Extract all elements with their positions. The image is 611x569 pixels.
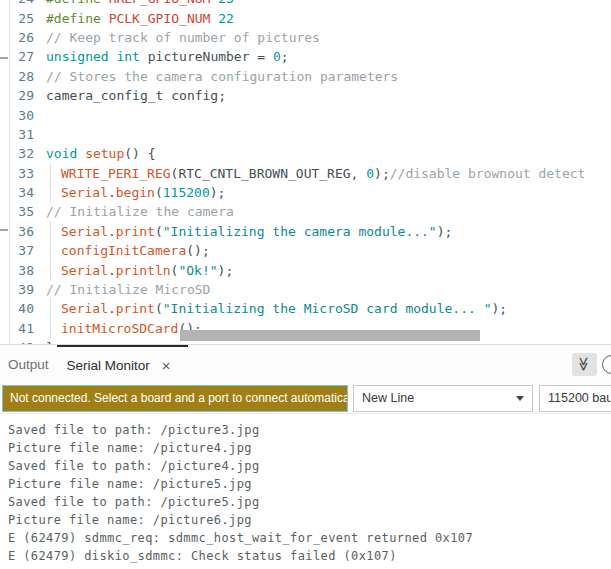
code-line: 31	[10, 125, 611, 144]
code-text: Serial.print("Initializing the MicroSD c…	[46, 301, 507, 316]
code-text: #define PCLK_GPIO_NUM 22	[46, 11, 234, 26]
double-chevron-down-icon: ≫	[578, 357, 592, 372]
code-text: camera_config_t config;	[46, 88, 226, 103]
code-lines: 24#define HREF_GPIO_NUM 2325#define PCLK…	[10, 0, 611, 345]
not-connected-notice: Not connected. Select a board and a port…	[2, 385, 348, 412]
serial-output-line: E (62479) diskio_sdmmc: Check status fai…	[8, 547, 611, 565]
code-line: 37configInitCamera();	[10, 241, 611, 260]
line-number: 39	[10, 282, 46, 297]
line-number: 31	[10, 127, 46, 142]
code-text: // Stores the camera configuration param…	[46, 69, 398, 84]
code-text: void setup() {	[46, 146, 156, 161]
serial-output[interactable]: Saved file to path: /picture3.jpgPicture…	[0, 414, 611, 565]
line-number: 34	[10, 185, 46, 200]
gutter-mark	[0, 57, 8, 59]
code-line: 24#define HREF_GPIO_NUM 23	[10, 0, 611, 8]
line-number: 28	[10, 69, 46, 84]
line-number: 30	[10, 108, 46, 123]
serial-output-line: Picture file name: /picture6.jpg	[8, 511, 611, 529]
code-text: unsigned int pictureNumber = 0;	[46, 49, 289, 64]
code-line: 32void setup() {	[10, 144, 611, 163]
serial-monitor-toolbar: Not connected. Select a board and a port…	[0, 383, 611, 414]
code-line: 35// Initialize the camera	[10, 202, 611, 221]
close-icon[interactable]: ×	[159, 357, 174, 374]
line-number: 29	[10, 88, 46, 103]
serial-output-line: Picture file name: /picture5.jpg	[8, 475, 611, 493]
line-number: 36	[10, 224, 46, 239]
line-number: 33	[10, 166, 46, 181]
baud-rate-value: 115200 baud	[548, 391, 611, 405]
code-editor[interactable]: 24#define HREF_GPIO_NUM 2325#define PCLK…	[0, 0, 611, 345]
editor-left-gutter-strip	[0, 0, 10, 344]
code-line: 36Serial.print("Initializing the camera …	[10, 222, 611, 241]
line-number: 38	[10, 263, 46, 278]
serial-output-line: E (62479) sdmmc_req: sdmmc_host_wait_for…	[8, 529, 611, 547]
tab-serial-monitor[interactable]: Serial Monitor ×	[57, 345, 188, 383]
code-text: // Initialize MicroSD	[46, 282, 210, 297]
line-ending-value: New Line	[362, 391, 414, 405]
serial-output-line: Saved file to path: /picture3.jpg	[8, 421, 611, 439]
serial-output-line: Picture file name: /picture4.jpg	[8, 439, 611, 457]
line-number: 37	[10, 243, 46, 258]
line-number: 32	[10, 146, 46, 161]
code-line: 33WRITE_PERI_REG(RTC_CNTL_BROWN_OUT_REG,…	[10, 164, 611, 183]
code-text: Serial.println("Ok!");	[46, 263, 233, 278]
horizontal-scrollbar-thumb[interactable]	[180, 330, 480, 341]
gutter-mark	[0, 229, 8, 231]
line-number: 26	[10, 30, 46, 45]
code-text: // Keep track of number of pictures	[46, 30, 320, 45]
code-line: 40Serial.print("Initializing the MicroSD…	[10, 299, 611, 318]
baud-rate-select[interactable]: 115200 baud	[539, 385, 611, 412]
code-text: #define HREF_GPIO_NUM 23	[46, 0, 234, 6]
line-number: 25	[10, 11, 46, 26]
line-number: 24	[10, 0, 46, 6]
code-text: Serial.print("Initializing the camera mo…	[46, 224, 452, 239]
code-text: initMicroSDCard();	[46, 321, 202, 336]
serial-output-line: Saved file to path: /picture5.jpg	[8, 493, 611, 511]
line-number: 40	[10, 301, 46, 316]
code-text: configInitCamera();	[46, 243, 210, 258]
bottom-panel: Output Serial Monitor × ≫ Not connected.…	[0, 345, 611, 569]
code-line: 38Serial.println("Ok!");	[10, 260, 611, 279]
code-line: 34Serial.begin(115200);	[10, 183, 611, 202]
code-line: 28// Stores the camera configuration par…	[10, 67, 611, 86]
collapse-panel-button[interactable]: ≫	[572, 353, 597, 376]
chevron-down-icon	[516, 396, 524, 401]
code-text: // Initialize the camera	[46, 204, 234, 219]
line-number: 27	[10, 49, 46, 64]
serial-output-line: Saved file to path: /picture4.jpg	[8, 457, 611, 475]
code-line: 26// Keep track of number of pictures	[10, 28, 611, 47]
code-text: Serial.begin(115200);	[46, 185, 225, 200]
code-text: WRITE_PERI_REG(RTC_CNTL_BROWN_OUT_REG, 0…	[46, 166, 585, 181]
code-line: 30	[10, 105, 611, 124]
panel-tab-bar: Output Serial Monitor × ≫	[0, 345, 611, 383]
code-line: 39// Initialize MicroSD	[10, 280, 611, 299]
tab-serial-monitor-label: Serial Monitor	[67, 358, 150, 373]
code-line: 25#define PCLK_GPIO_NUM 22	[10, 8, 611, 27]
code-line: 27unsigned int pictureNumber = 0;	[10, 47, 611, 66]
tab-output[interactable]: Output	[0, 345, 57, 383]
line-number: 35	[10, 204, 46, 219]
code-line: 29camera_config_t config;	[10, 86, 611, 105]
line-number: 41	[10, 321, 46, 336]
line-ending-select[interactable]: New Line	[353, 385, 533, 412]
